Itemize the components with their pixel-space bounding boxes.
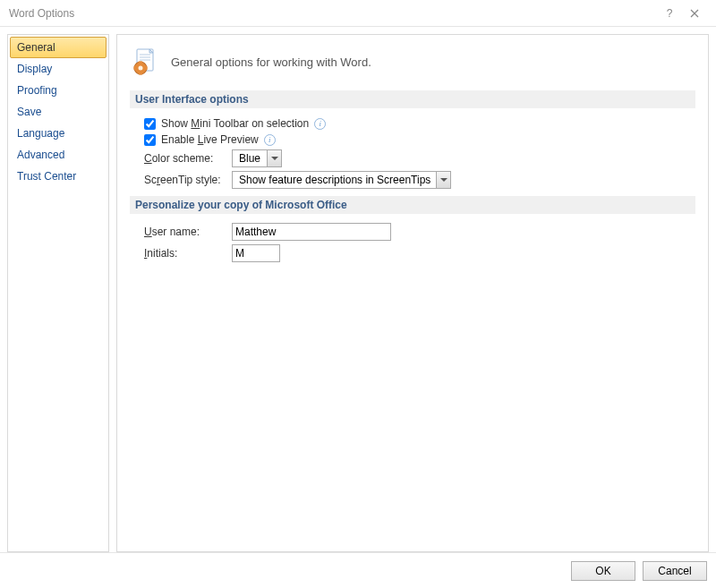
sidebar-item-display[interactable]: Display (10, 58, 107, 80)
screentip-select[interactable]: Show feature descriptions in ScreenTips (232, 171, 451, 189)
content-pane: General options for working with Word. U… (116, 34, 709, 552)
sidebar-item-trust-center[interactable]: Trust Center (10, 166, 107, 187)
options-icon (132, 47, 160, 76)
section-ui-title: User Interface options (130, 90, 695, 108)
info-icon[interactable]: i (314, 118, 326, 130)
live-preview-checkbox[interactable] (144, 134, 156, 146)
screentip-label: ScreenTip style: (144, 174, 226, 186)
close-icon (690, 9, 699, 18)
mini-toolbar-label: Show Mini Toolbar on selection (161, 117, 309, 130)
sidebar-item-general[interactable]: General (10, 37, 107, 58)
titlebar: Word Options ? (0, 0, 716, 27)
sidebar: General Display Proofing Save Language A… (7, 34, 109, 552)
user-name-input[interactable] (232, 223, 391, 241)
svg-rect-10 (134, 66, 136, 70)
cancel-button[interactable]: Cancel (643, 561, 707, 581)
close-button[interactable] (682, 4, 707, 23)
sidebar-item-advanced[interactable]: Advanced (10, 144, 107, 166)
svg-rect-9 (139, 73, 142, 75)
mini-toolbar-checkbox[interactable] (144, 118, 156, 130)
window-title: Word Options (9, 7, 657, 20)
mini-toolbar-option[interactable]: Show Mini Toolbar on selection (144, 117, 309, 130)
header-text: General options for working with Word. (171, 55, 371, 69)
ok-button[interactable]: OK (571, 561, 635, 581)
sidebar-item-language[interactable]: Language (10, 123, 107, 144)
footer: OK Cancel (0, 552, 716, 588)
svg-point-7 (139, 66, 143, 71)
svg-rect-8 (139, 62, 142, 64)
live-preview-option[interactable]: Enable Live Preview (144, 133, 259, 146)
sidebar-item-proofing[interactable]: Proofing (10, 80, 107, 101)
initials-input[interactable] (232, 244, 280, 262)
info-icon[interactable]: i (264, 134, 276, 146)
svg-rect-11 (146, 66, 148, 70)
initials-label: Initials: (144, 247, 226, 260)
color-scheme-select[interactable]: Blue (232, 149, 282, 167)
live-preview-label: Enable Live Preview (161, 133, 259, 146)
color-scheme-label: Color scheme: (144, 152, 226, 165)
help-button[interactable]: ? (657, 4, 682, 23)
section-personalize-title: Personalize your copy of Microsoft Offic… (130, 196, 695, 214)
user-name-label: User name: (144, 226, 226, 238)
sidebar-item-save[interactable]: Save (10, 101, 107, 123)
